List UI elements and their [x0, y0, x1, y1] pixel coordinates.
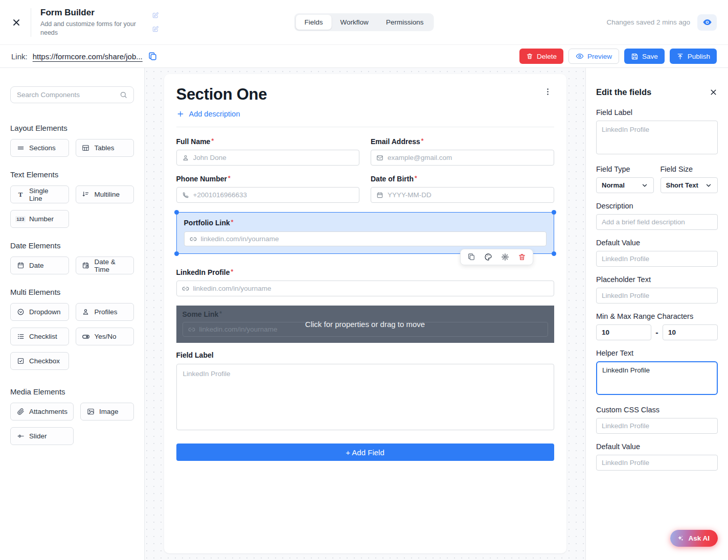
required-asterisk: * — [421, 137, 424, 145]
search-input[interactable] — [17, 91, 116, 99]
component-checklist[interactable]: Checklist — [10, 328, 69, 345]
field-size-select[interactable]: Short Text — [661, 177, 718, 193]
selected-field-portfolio-link[interactable]: Portfolio Link* — [176, 212, 554, 254]
required-asterisk: * — [231, 219, 234, 226]
component-date[interactable]: Date — [10, 256, 69, 274]
editor-header: Edit the fields — [596, 87, 718, 97]
email-input-box[interactable] — [371, 150, 554, 166]
field-label-textarea[interactable] — [176, 364, 554, 430]
component-number[interactable]: 123 Number — [10, 210, 69, 228]
tab-fields[interactable]: Fields — [296, 15, 332, 30]
default-value-input[interactable] — [596, 251, 718, 267]
close-editor-button[interactable] — [709, 88, 718, 97]
email-input[interactable] — [388, 154, 549, 161]
style-field-button[interactable] — [484, 253, 492, 261]
group-title-media: Media Elements — [10, 387, 134, 396]
component-date-time[interactable]: Date & Time — [76, 256, 134, 274]
min-chars-input[interactable] — [596, 324, 651, 340]
tab-workflow[interactable]: Workflow — [332, 15, 377, 30]
default-value-2-input[interactable] — [596, 455, 718, 471]
field-type-value: Normal — [602, 181, 625, 189]
dob-input[interactable] — [388, 191, 549, 199]
search-components-box[interactable] — [10, 86, 134, 103]
section-card: Section One Add description Full Name* — [164, 74, 566, 553]
portfolio-link-input[interactable] — [201, 235, 541, 243]
edit-subtitle-button[interactable] — [152, 26, 159, 33]
visibility-toggle-button[interactable] — [697, 14, 717, 31]
section-menu-button[interactable] — [541, 85, 554, 98]
linkedin-input-box[interactable] — [176, 281, 554, 296]
copy-link-button[interactable] — [148, 52, 157, 61]
fields-grid: Full Name* Email Address* — [176, 137, 554, 203]
editor-title: Edit the fields — [596, 87, 651, 97]
delete-button[interactable]: Delete — [519, 49, 563, 64]
section-title[interactable]: Section One — [176, 85, 267, 104]
link-label: Link: — [11, 52, 28, 61]
field-type-select[interactable]: Normal — [596, 177, 654, 193]
max-chars-input[interactable] — [663, 324, 718, 340]
section-header: Section One — [176, 85, 554, 104]
helper-text-input[interactable]: LinkedIn Profile — [596, 361, 718, 395]
component-yes-no[interactable]: Yes/No — [76, 328, 134, 345]
profiles-icon — [82, 308, 90, 316]
component-tables[interactable]: Tables — [76, 139, 134, 157]
group-title-layout: Layout Elements — [10, 124, 134, 132]
ask-ai-button[interactable]: Ask AI — [670, 530, 718, 547]
component-attachments[interactable]: Attachments — [10, 403, 74, 421]
publish-icon — [676, 53, 684, 60]
component-label: Checklist — [29, 333, 57, 340]
preview-button[interactable]: Preview — [568, 49, 619, 64]
form-field-dob: Date of Birth* — [371, 175, 554, 203]
selection-handle[interactable] — [174, 251, 179, 256]
selection-handle[interactable] — [552, 210, 556, 215]
delete-field-button[interactable] — [518, 253, 526, 261]
component-image[interactable]: Image — [80, 403, 134, 421]
custom-css-input[interactable] — [596, 418, 718, 434]
drag-overlay[interactable]: Click for properties or drag to move — [176, 306, 554, 343]
component-dropdown[interactable]: Dropdown — [10, 303, 69, 321]
field-size-label: Field Size — [661, 165, 718, 173]
component-label: Attachments — [29, 408, 67, 415]
close-builder-button[interactable] — [11, 17, 21, 28]
save-button[interactable]: Save — [624, 49, 665, 64]
default-value-label: Default Value — [596, 239, 718, 247]
full-name-input-box[interactable] — [176, 150, 360, 166]
duplicate-field-button[interactable] — [467, 253, 475, 261]
phone-input-box[interactable] — [176, 187, 360, 203]
multiline-icon — [82, 191, 90, 198]
dob-input-box[interactable] — [371, 187, 554, 203]
phone-input[interactable] — [193, 191, 354, 199]
edit-title-button[interactable] — [152, 12, 159, 19]
selection-handle[interactable] — [174, 210, 179, 215]
kebab-menu-icon — [543, 87, 552, 96]
field-settings-button[interactable] — [501, 253, 509, 261]
palette-icon — [484, 253, 492, 261]
calendar-icon — [376, 192, 383, 199]
description-input[interactable] — [596, 214, 718, 230]
component-checkbox[interactable]: Checkbox — [10, 352, 69, 370]
add-description-button[interactable]: Add description — [176, 110, 240, 118]
component-slider[interactable]: Slider — [10, 427, 74, 445]
section-divider — [176, 127, 554, 127]
share-link[interactable]: https://formcore.com/share/job... — [33, 52, 143, 61]
helper-text-label: Helper Text — [596, 349, 718, 357]
component-profiles[interactable]: Profiles — [76, 303, 134, 321]
tab-permissions[interactable]: Permissions — [377, 15, 433, 30]
portfolio-link-input-box[interactable] — [184, 231, 547, 246]
component-sections[interactable]: Sections — [10, 139, 69, 157]
required-asterisk: * — [211, 137, 214, 145]
selection-handle[interactable] — [552, 251, 556, 256]
add-field-button[interactable]: + Add Field — [176, 444, 554, 461]
placeholder-text-input[interactable] — [596, 288, 718, 304]
full-name-input[interactable] — [193, 154, 354, 161]
editor-field-label-input[interactable] — [596, 121, 718, 154]
field-type-label: Field Type — [596, 165, 654, 173]
component-multiline[interactable]: Multiline — [76, 185, 134, 203]
linkedin-input[interactable] — [193, 285, 549, 292]
default-value-2-label: Default Value — [596, 442, 718, 451]
search-icon — [120, 91, 127, 99]
publish-button[interactable]: Publish — [670, 49, 717, 64]
component-single-line[interactable]: T Single Line — [10, 185, 69, 203]
form-field-linkedin-profile: LinkedIn Profile* — [176, 268, 554, 296]
form-field-phone: Phone Number* — [176, 175, 360, 203]
